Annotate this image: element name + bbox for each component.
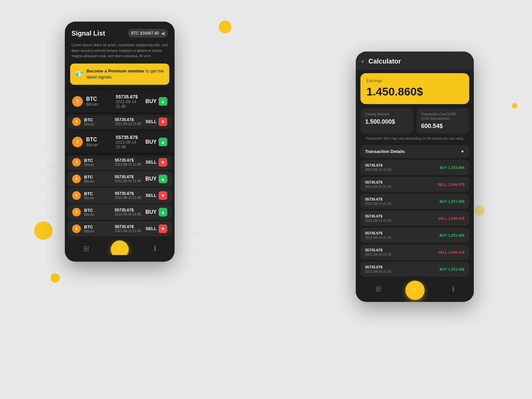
signal-price: 55735.67$ bbox=[115, 208, 142, 212]
coin-symbol: BTC bbox=[84, 175, 111, 180]
tx-date: 2021-08-14 21:46 bbox=[365, 168, 391, 172]
premium-banner[interactable]: 💎 Become a Premium member to get the lat… bbox=[70, 64, 169, 85]
svg-point-15 bbox=[201, 200, 202, 201]
signal-row[interactable]: ₿ BTC Bitcoin 55735.67$ 2021-08-14 21:46… bbox=[67, 221, 172, 236]
tx-price: 55735.67$ bbox=[365, 214, 391, 218]
tx-row[interactable]: 55735.67$ 2021-08-14 21:46 BUY 1,072.06$ bbox=[360, 194, 469, 209]
signal-action: BUY ▲ bbox=[145, 208, 167, 216]
tx-details-header[interactable]: Transaction Details ▼ bbox=[360, 145, 469, 158]
svg-point-13 bbox=[191, 201, 192, 202]
tx-date: 2021-08-14 21:46 bbox=[365, 185, 391, 189]
btc-avatar: ₿ bbox=[72, 158, 81, 167]
tx-price: 55735.67$ bbox=[365, 248, 391, 252]
action-label: BUY bbox=[145, 209, 157, 215]
tx-row[interactable]: 55735.67$ 2021-08-14 21:46 SELL 1,045.47… bbox=[360, 211, 469, 226]
tx-price: 55735.67$ bbox=[365, 265, 391, 269]
coin-name: Bitcoin bbox=[84, 229, 111, 233]
closing-balance-label: Closing Balance bbox=[365, 112, 409, 116]
signal-row[interactable]: ₿ BTC Bitcoin 55735.67$ 2021-08-14 21:46… bbox=[65, 90, 175, 113]
tx-price: 55735.67$ bbox=[365, 180, 391, 184]
svg-point-20 bbox=[219, 185, 220, 186]
coin-symbol: BTC bbox=[84, 158, 111, 163]
svg-point-21 bbox=[219, 193, 220, 194]
signal-row[interactable]: ₿ BTC Bitcoin 55735.67$ 2021-08-14 21:46… bbox=[67, 204, 172, 220]
svg-point-3 bbox=[201, 185, 202, 186]
signal-coin-info: BTC Bitcoin bbox=[84, 208, 111, 216]
signal-coin-info: BTC Bitcoin bbox=[84, 175, 111, 183]
signal-row[interactable]: ₿ BTC Bitcoin 55735.67$ 2021-08-14 21:46… bbox=[67, 171, 172, 187]
signal-row[interactable]: ₿ BTC Bitcoin 55735.67$ 2021-08-14 21:46… bbox=[65, 131, 175, 153]
lightning-fab-right[interactable]: ⚡ bbox=[405, 281, 425, 300]
tx-action: BUY 1,072.06$ bbox=[440, 267, 465, 271]
coin-name: Bitcoin bbox=[84, 180, 111, 183]
svg-point-12 bbox=[186, 199, 187, 200]
svg-point-16 bbox=[206, 197, 207, 198]
action-btn[interactable]: ▲ bbox=[159, 97, 167, 106]
action-label: BUY bbox=[145, 176, 157, 182]
tx-action: BUY 1,072.06$ bbox=[440, 200, 465, 203]
premium-text: Become a Premium member to get the lates… bbox=[86, 68, 165, 80]
coin-name: Bitcoin bbox=[84, 122, 111, 126]
info-nav-icon[interactable]: ℹ bbox=[154, 244, 156, 253]
price-group: 55735.67$ 2021-08-14 21:46 bbox=[115, 175, 142, 183]
coin-name: Bitcoin bbox=[86, 143, 112, 147]
signal-price: 55735.67$ bbox=[115, 191, 142, 196]
price-group: 55735.67$ 2021-08-14 21:46 bbox=[116, 135, 142, 149]
signal-action: SELL ▼ bbox=[146, 224, 167, 233]
signal-date: 2021-08-14 21:46 bbox=[115, 179, 142, 183]
tx-action: SELL 1,045.47$ bbox=[438, 183, 465, 187]
tx-row[interactable]: 55735.67$ 2021-08-14 21:46 SELL 1,045.47… bbox=[360, 245, 469, 260]
signal-price: 55735.67$ bbox=[115, 117, 142, 122]
calc-grid-nav-icon[interactable]: ⊞ bbox=[375, 285, 381, 293]
grid-nav-icon[interactable]: ⊞ bbox=[83, 244, 89, 253]
signal-row[interactable]: ₿ BTC Bitcoin 55735.67$ 2021-08-14 21:46… bbox=[67, 188, 172, 203]
tx-row[interactable]: 55735.67$ 2021-08-14 21:46 SELL 1,045.47… bbox=[360, 177, 469, 192]
price-group: 55735.67$ 2021-08-14 21:46 bbox=[115, 117, 142, 126]
action-btn[interactable]: ▼ bbox=[159, 117, 167, 126]
calc-header: ‹ Calculator bbox=[356, 52, 474, 70]
coin-name: Bitcoin bbox=[84, 163, 111, 167]
tx-left: 55735.67$ 2021-08-14 21:46 bbox=[365, 163, 391, 172]
signal-date: 2021-08-14 21:46 bbox=[116, 99, 142, 109]
closing-balance-card: Closing Balance 1.500.000$ bbox=[360, 108, 413, 134]
action-btn[interactable]: ▼ bbox=[159, 224, 167, 233]
signal-coin-info: BTC Bitcoin bbox=[84, 224, 111, 233]
svg-point-26 bbox=[229, 185, 230, 186]
tx-cost-card: Transaction Cost 0.05% (1042 transaction… bbox=[417, 108, 469, 134]
action-btn[interactable]: ▲ bbox=[159, 138, 167, 146]
btc-avatar: ₿ bbox=[72, 191, 81, 200]
lightning-fab-left[interactable]: ⚡ bbox=[111, 240, 129, 255]
svg-point-28 bbox=[229, 201, 230, 202]
signal-list-title: Signal List bbox=[71, 30, 105, 37]
signal-action: BUY ▲ bbox=[145, 97, 167, 106]
btc-price-badge[interactable]: BTC $34987.80 ◀ bbox=[128, 29, 168, 38]
action-btn[interactable]: ▲ bbox=[159, 208, 167, 216]
right-bottom-nav: ⊞ ℹ ⚡ bbox=[356, 280, 474, 295]
action-btn[interactable]: ▼ bbox=[159, 158, 167, 167]
tx-row[interactable]: 55735.67$ 2021-08-14 21:46 BUY 1,072.06$ bbox=[360, 262, 469, 277]
signal-row[interactable]: ₿ BTC Bitcoin 55735.67$ 2021-08-14 21:46… bbox=[67, 114, 172, 129]
price-group: 55735.67$ 2021-08-14 21:46 bbox=[115, 208, 142, 216]
calc-title: Calculator bbox=[368, 58, 401, 65]
svg-point-23 bbox=[224, 183, 225, 184]
action-label: SELL bbox=[146, 193, 157, 198]
signal-row[interactable]: ₿ BTC Bitcoin 55735.67$ 2021-08-14 21:46… bbox=[67, 155, 172, 170]
calc-info-nav-icon[interactable]: ℹ bbox=[452, 285, 455, 293]
price-group: 55735.67$ 2021-08-14 21:46 bbox=[115, 224, 142, 233]
lightning-icon-right: ⚡ bbox=[410, 285, 420, 296]
signal-action: SELL ▼ bbox=[146, 191, 167, 200]
price-group: 55735.67$ 2021-08-14 21:46 bbox=[116, 94, 142, 109]
signal-date: 2021-08-14 21:46 bbox=[115, 229, 142, 233]
coin-symbol: BTC bbox=[84, 208, 111, 213]
tx-row[interactable]: 55735.67$ 2021-08-14 21:46 BUY 1,072.06$ bbox=[360, 160, 469, 175]
tx-row[interactable]: 55735.67$ 2021-08-14 21:46 BUY 1,072.06$ bbox=[360, 228, 469, 243]
signal-action: BUY ▲ bbox=[145, 175, 167, 183]
svg-point-1 bbox=[191, 186, 192, 187]
signal-description: Lorem ipsum dolor sit amet, consetetur s… bbox=[65, 42, 175, 64]
coin-name: Bitcoin bbox=[84, 213, 111, 216]
coin-symbol: BTC bbox=[86, 96, 112, 102]
back-button[interactable]: ‹ bbox=[362, 58, 364, 65]
svg-point-0 bbox=[186, 183, 187, 184]
action-btn[interactable]: ▼ bbox=[159, 191, 167, 200]
action-btn[interactable]: ▲ bbox=[159, 175, 167, 183]
